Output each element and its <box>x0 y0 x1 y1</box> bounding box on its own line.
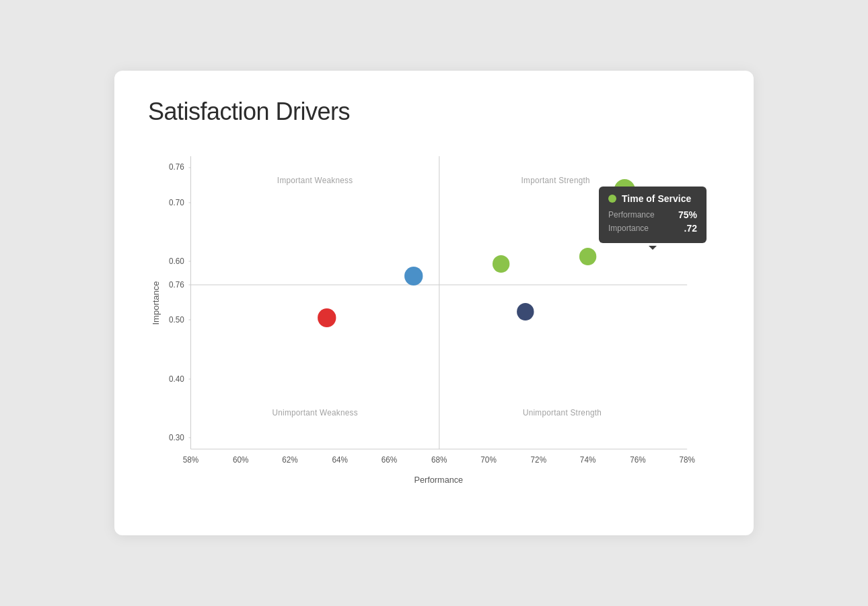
svg-text:76%: 76% <box>630 455 646 465</box>
data-point-green1[interactable] <box>493 255 509 273</box>
chart-card: Satisfaction Drivers Time of Service Per… <box>114 71 754 535</box>
svg-text:64%: 64% <box>332 455 349 465</box>
svg-text:Important Strength: Important Strength <box>521 176 590 185</box>
data-point-green2[interactable] <box>579 248 596 265</box>
svg-text:0.70: 0.70 <box>169 198 184 207</box>
svg-text:58%: 58% <box>183 455 199 465</box>
tooltip-performance-row: Performance 75% <box>608 209 697 220</box>
tooltip-header: Time of Service <box>608 193 697 204</box>
tooltip-title: Time of Service <box>622 193 691 204</box>
svg-text:78%: 78% <box>679 455 695 465</box>
svg-text:72%: 72% <box>531 455 547 465</box>
svg-text:Importance: Importance <box>151 281 161 325</box>
svg-text:0.50: 0.50 <box>169 315 184 325</box>
svg-text:Unimportant Weakness: Unimportant Weakness <box>272 408 357 417</box>
tooltip-importance-row: Importance .72 <box>608 223 697 234</box>
svg-text:Important Weakness: Important Weakness <box>277 176 353 185</box>
tooltip-importance-label: Importance <box>608 224 649 233</box>
svg-text:0.76: 0.76 <box>169 162 184 172</box>
tooltip-importance-value: .72 <box>684 223 697 234</box>
svg-text:0.40: 0.40 <box>169 374 184 384</box>
svg-text:74%: 74% <box>580 455 596 465</box>
tooltip-performance-value: 75% <box>678 209 697 220</box>
tooltip: Time of Service Performance 75% Importan… <box>599 187 707 243</box>
svg-text:60%: 60% <box>233 455 249 465</box>
chart-area: Time of Service Performance 75% Importan… <box>148 146 720 496</box>
svg-text:66%: 66% <box>382 455 398 465</box>
chart-title: Satisfaction Drivers <box>148 98 720 126</box>
svg-text:0.76: 0.76 <box>169 280 184 290</box>
svg-text:68%: 68% <box>431 455 447 465</box>
svg-text:62%: 62% <box>282 455 298 465</box>
svg-text:Unimportant Strength: Unimportant Strength <box>523 408 602 417</box>
data-point-navy[interactable] <box>517 303 534 321</box>
tooltip-performance-label: Performance <box>608 210 655 220</box>
data-point-blue[interactable] <box>404 267 423 285</box>
tooltip-dot <box>608 195 616 203</box>
svg-text:0.30: 0.30 <box>169 433 184 442</box>
svg-text:70%: 70% <box>480 455 497 465</box>
data-point-red[interactable] <box>318 308 336 327</box>
svg-text:Performance: Performance <box>414 475 464 485</box>
svg-text:0.60: 0.60 <box>169 257 184 266</box>
